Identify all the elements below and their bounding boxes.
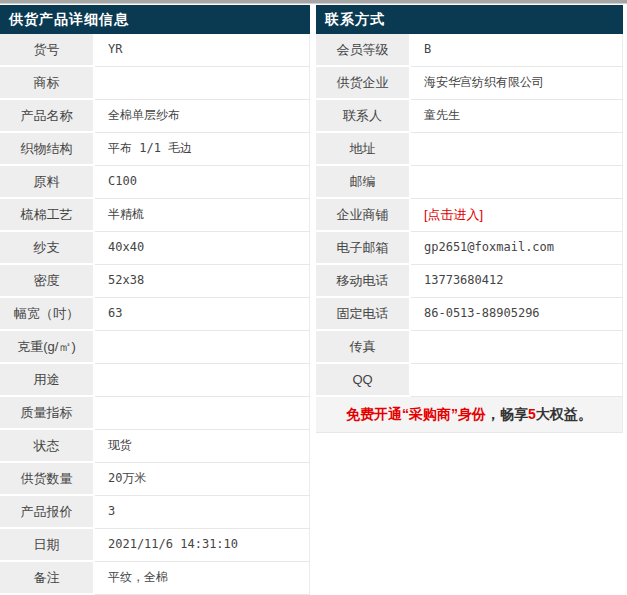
table-row-fabric-structure: 织物结构 平布 1/1 毛边 bbox=[0, 133, 310, 166]
row-value: 童先生 bbox=[411, 100, 623, 133]
row-label: 日期 bbox=[0, 529, 95, 562]
row-value: 40x40 bbox=[95, 232, 310, 265]
row-value: 52x38 bbox=[95, 265, 310, 298]
table-row-usage: 用途 bbox=[0, 364, 310, 397]
row-label: 纱支 bbox=[0, 232, 95, 265]
table-row-quote: 产品报价 3 bbox=[0, 496, 310, 529]
row-value bbox=[411, 133, 623, 166]
row-value bbox=[411, 166, 623, 199]
row-label: 克重(g/㎡) bbox=[0, 331, 95, 364]
table-row-date: 日期 2021/11/6 14:31:10 bbox=[0, 529, 310, 562]
row-value: gp2651@foxmail.com bbox=[411, 232, 623, 265]
promo-text: ，畅享 bbox=[486, 406, 528, 422]
row-label: 质量指标 bbox=[0, 397, 95, 430]
row-label: 邮编 bbox=[316, 166, 411, 199]
row-label: 货号 bbox=[0, 34, 95, 67]
table-row-brand: 商标 bbox=[0, 67, 310, 100]
shop-enter-link[interactable]: [点击进入] bbox=[424, 207, 483, 222]
table-row-contact-person: 联系人 童先生 bbox=[316, 100, 623, 133]
table-row-fax: 传真 bbox=[316, 331, 623, 364]
contact-info-table: 联系方式 会员等级 B 供货企业 海安华宫纺织有限公司 联系人 童先生 地址 邮… bbox=[316, 5, 623, 433]
row-label: 电子邮箱 bbox=[316, 232, 411, 265]
table-row-supplier-company: 供货企业 海安华宫纺织有限公司 bbox=[316, 67, 623, 100]
row-value bbox=[411, 331, 623, 364]
table-row-qq: QQ bbox=[316, 364, 623, 397]
row-label: 梳棉工艺 bbox=[0, 199, 95, 232]
row-label: 会员等级 bbox=[316, 34, 411, 67]
row-value: 海安华宫纺织有限公司 bbox=[411, 67, 623, 100]
row-value: 全棉单层纱布 bbox=[95, 100, 310, 133]
table-row-address: 地址 bbox=[316, 133, 623, 166]
row-value bbox=[95, 331, 310, 364]
row-label: 供货数量 bbox=[0, 463, 95, 496]
product-table-title: 供货产品详细信息 bbox=[0, 5, 310, 34]
row-value: C100 bbox=[95, 166, 310, 199]
row-label: 织物结构 bbox=[0, 133, 95, 166]
row-value: YR bbox=[95, 34, 310, 67]
table-row-quality-index: 质量指标 bbox=[0, 397, 310, 430]
row-value: 半精梳 bbox=[95, 199, 310, 232]
table-row-status: 状态 现货 bbox=[0, 430, 310, 463]
row-value bbox=[95, 397, 310, 430]
row-label: 幅宽（吋） bbox=[0, 298, 95, 331]
table-row-raw-material: 原料 C100 bbox=[0, 166, 310, 199]
table-row-mobile-phone: 移动电话 13773680412 bbox=[316, 265, 623, 298]
row-value: 现货 bbox=[95, 430, 310, 463]
buyer-promo-link[interactable]: 免费开通“采购商”身份 bbox=[346, 406, 486, 422]
table-row-fixed-phone: 固定电话 86-0513-88905296 bbox=[316, 298, 623, 331]
row-value: B bbox=[411, 34, 623, 67]
row-value: 63 bbox=[95, 298, 310, 331]
table-row-combing-process: 梳棉工艺 半精梳 bbox=[0, 199, 310, 232]
table-row-email: 电子邮箱 gp2651@foxmail.com bbox=[316, 232, 623, 265]
row-label: QQ bbox=[316, 364, 411, 397]
row-value bbox=[95, 364, 310, 397]
row-label: 联系人 bbox=[316, 100, 411, 133]
row-value: 3 bbox=[95, 496, 310, 529]
row-label: 移动电话 bbox=[316, 265, 411, 298]
promo-benefit-count: 5 bbox=[528, 406, 536, 422]
table-row-supply-quantity: 供货数量 20万米 bbox=[0, 463, 310, 496]
table-row-product-name: 产品名称 全棉单层纱布 bbox=[0, 100, 310, 133]
promo-text-tail: 大权益。 bbox=[536, 406, 592, 422]
table-row-zip-code: 邮编 bbox=[316, 166, 623, 199]
row-label: 地址 bbox=[316, 133, 411, 166]
row-label: 用途 bbox=[0, 364, 95, 397]
row-value-shop: [点击进入] bbox=[411, 199, 623, 232]
row-value: 2021/11/6 14:31:10 bbox=[95, 529, 310, 562]
contact-table-title: 联系方式 bbox=[316, 5, 623, 34]
top-divider-strip bbox=[0, 0, 627, 4]
table-row-company-shop: 企业商铺 [点击进入] bbox=[316, 199, 623, 232]
row-value: 平纹，全棉 bbox=[95, 562, 310, 595]
product-detail-table: 供货产品详细信息 货号 YR 商标 产品名称 全棉单层纱布 织物结构 平布 1/… bbox=[0, 5, 310, 595]
table-row-density: 密度 52x38 bbox=[0, 265, 310, 298]
table-row-member-level: 会员等级 B bbox=[316, 34, 623, 67]
row-label: 固定电话 bbox=[316, 298, 411, 331]
row-label: 密度 bbox=[0, 265, 95, 298]
row-value bbox=[411, 364, 623, 397]
table-row-remarks: 备注 平纹，全棉 bbox=[0, 562, 310, 595]
row-value: 平布 1/1 毛边 bbox=[95, 133, 310, 166]
table-row-item-no: 货号 YR bbox=[0, 34, 310, 67]
row-value bbox=[95, 67, 310, 100]
row-label: 商标 bbox=[0, 67, 95, 100]
row-label: 传真 bbox=[316, 331, 411, 364]
row-label: 产品名称 bbox=[0, 100, 95, 133]
row-label: 供货企业 bbox=[316, 67, 411, 100]
row-label: 产品报价 bbox=[0, 496, 95, 529]
row-value: 86-0513-88905296 bbox=[411, 298, 623, 331]
row-label: 备注 bbox=[0, 562, 95, 595]
row-label: 原料 bbox=[0, 166, 95, 199]
table-row-yarn-count: 纱支 40x40 bbox=[0, 232, 310, 265]
row-value: 20万米 bbox=[95, 463, 310, 496]
row-label: 状态 bbox=[0, 430, 95, 463]
row-label: 企业商铺 bbox=[316, 199, 411, 232]
buyer-promo-banner: 免费开通“采购商”身份，畅享5大权益。 bbox=[316, 397, 623, 433]
table-row-width: 幅宽（吋） 63 bbox=[0, 298, 310, 331]
table-row-weight: 克重(g/㎡) bbox=[0, 331, 310, 364]
row-value: 13773680412 bbox=[411, 265, 623, 298]
